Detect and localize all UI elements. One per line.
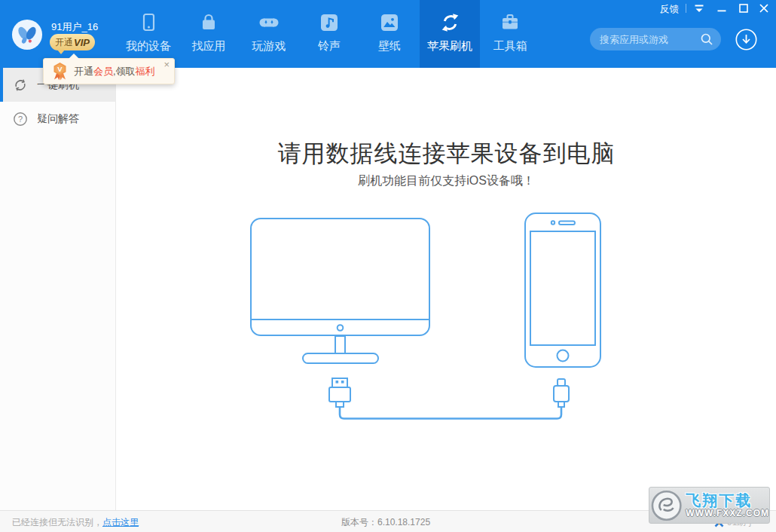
site-watermark: 飞翔下载 WWW.FXXZ.COM bbox=[649, 487, 770, 524]
gamepad-icon bbox=[258, 11, 280, 34]
tab-label: 玩游戏 bbox=[252, 39, 286, 54]
vip-button[interactable]: 开通 VIP bbox=[50, 34, 95, 50]
tooltip-text-part1: 开通 bbox=[74, 66, 93, 77]
usb-cable-illustration bbox=[329, 378, 569, 419]
vip-button-word: VIP bbox=[74, 37, 90, 48]
vip-medal-glyph: V bbox=[57, 65, 63, 73]
maximize-button[interactable] bbox=[736, 2, 751, 14]
tab-label: 苹果刷机 bbox=[427, 39, 472, 54]
tab-label: 找应用 bbox=[192, 39, 226, 54]
sidebar: 一键刷机 ? 疑问解答 bbox=[0, 68, 116, 510]
tooltip-text: 开通会员,领取福利 bbox=[74, 65, 155, 78]
user-name: 91用户_16 bbox=[51, 20, 98, 34]
active-indicator bbox=[0, 68, 3, 102]
watermark-site-name: 飞翔下载 bbox=[686, 492, 769, 509]
tab-label: 我的设备 bbox=[126, 39, 171, 54]
maximize-icon bbox=[739, 4, 748, 13]
tab-games[interactable]: 玩游戏 bbox=[239, 0, 299, 68]
phone-icon bbox=[138, 11, 159, 34]
sidebar-item-faq[interactable]: ? 疑问解答 bbox=[0, 102, 115, 136]
tooltip-text-highlight1: 会员 bbox=[93, 66, 113, 77]
close-button[interactable] bbox=[756, 2, 771, 14]
tab-wallpapers[interactable]: 壁纸 bbox=[359, 0, 420, 68]
vip-medal-icon: V bbox=[52, 62, 68, 81]
vip-pointer bbox=[57, 50, 65, 54]
close-icon bbox=[759, 4, 768, 13]
page-title: 请用数据线连接苹果设备到电脑 bbox=[117, 138, 776, 170]
music-note-icon bbox=[319, 11, 340, 34]
user-avatar[interactable] bbox=[11, 19, 43, 50]
tooltip-close-icon[interactable]: × bbox=[163, 60, 170, 69]
vip-promo-tooltip: V 开通会员,领取福利 × bbox=[43, 58, 175, 84]
tab-label: 工具箱 bbox=[493, 39, 527, 54]
monitor-illustration bbox=[251, 219, 429, 363]
vip-button-prefix: 开通 bbox=[55, 36, 73, 49]
connect-device-illustration bbox=[249, 209, 603, 424]
tab-toolbox[interactable]: 工具箱 bbox=[480, 0, 540, 68]
main-content: 请用数据线连接苹果设备到电脑 刷机功能目前仅支持iOS设备哦！ bbox=[117, 68, 776, 510]
menu-icon bbox=[694, 4, 704, 14]
minimize-button[interactable] bbox=[714, 2, 729, 14]
tooltip-arrow bbox=[69, 54, 79, 59]
page-subtitle: 刷机功能目前仅支持iOS设备哦！ bbox=[117, 173, 776, 189]
refresh-icon bbox=[13, 78, 28, 93]
feedback-link[interactable]: 反馈 bbox=[660, 3, 679, 16]
wallpaper-icon bbox=[379, 11, 400, 34]
tab-label: 铃声 bbox=[318, 39, 341, 54]
shopping-bag-icon bbox=[198, 11, 219, 34]
help-icon: ? bbox=[13, 112, 28, 127]
tab-find-apps[interactable]: 找应用 bbox=[179, 0, 239, 68]
watermark-logo-icon bbox=[651, 490, 682, 521]
tooltip-text-part2: ,领取 bbox=[113, 66, 136, 77]
watermark-texts: 飞翔下载 WWW.FXXZ.COM bbox=[686, 492, 769, 518]
minimize-icon bbox=[717, 4, 726, 13]
help-glyph: ? bbox=[18, 115, 23, 124]
app-window: 91用户_16 开通 VIP 我的设备 找应用 bbox=[0, 0, 776, 532]
phone-illustration bbox=[525, 213, 600, 367]
search-box bbox=[590, 28, 721, 50]
titlebar-divider bbox=[686, 4, 686, 13]
main-menu-button[interactable] bbox=[692, 2, 707, 14]
tab-label: 壁纸 bbox=[378, 39, 401, 54]
version-label: 版本号：6.10.18.1725 bbox=[341, 516, 430, 529]
sidebar-item-label: 疑问解答 bbox=[37, 112, 79, 126]
connect-issue-link[interactable]: 点击这里 bbox=[102, 517, 139, 527]
tooltip-text-highlight2: 福利 bbox=[136, 66, 155, 77]
connect-issue-label: 已经连接但无法识别， bbox=[12, 517, 102, 527]
sync-icon bbox=[439, 11, 461, 34]
tab-ringtones[interactable]: 铃声 bbox=[299, 0, 359, 68]
search-icon[interactable] bbox=[700, 32, 713, 46]
tab-apple-flash[interactable]: 苹果刷机 bbox=[420, 0, 480, 68]
toolbox-icon bbox=[500, 11, 521, 34]
download-manager-button[interactable] bbox=[735, 29, 757, 50]
watermark-site-url: WWW.FXXZ.COM bbox=[686, 509, 769, 518]
connect-issue-text: 已经连接但无法识别，点击这里 bbox=[12, 516, 139, 529]
